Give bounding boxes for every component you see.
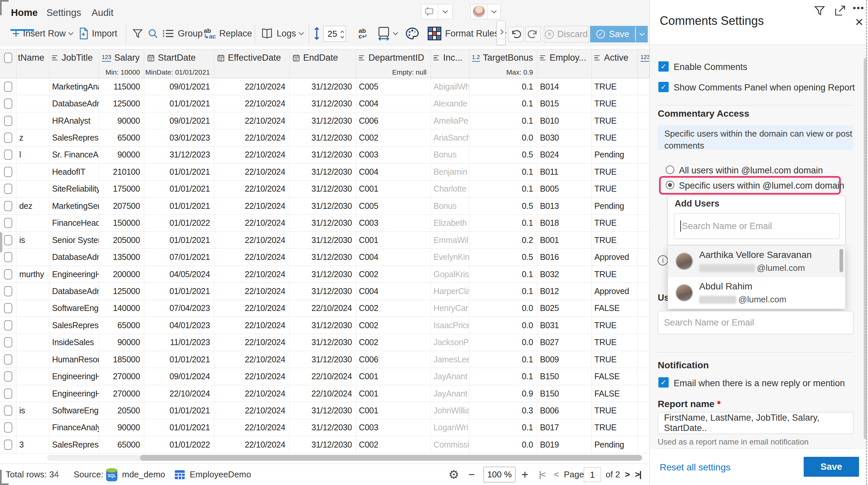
row-checkbox[interactable] bbox=[4, 389, 12, 399]
zoom-level-box[interactable]: 100 % bbox=[484, 467, 516, 482]
cell-name[interactable] bbox=[17, 317, 50, 333]
cell-salary[interactable]: 90000 bbox=[99, 334, 144, 351]
cell-eff[interactable]: 22/10/2024 bbox=[214, 419, 289, 436]
cell-bonus[interactable]: 0.1 bbox=[469, 112, 537, 129]
column-header-inc[interactable]: Inc... bbox=[431, 50, 469, 66]
panel-filter-button[interactable] bbox=[814, 5, 826, 17]
cell-start[interactable]: 01/01/2022 bbox=[144, 215, 214, 231]
row-height-stepper[interactable]: 25 bbox=[323, 26, 346, 42]
row-checkbox[interactable] bbox=[4, 150, 12, 160]
cell-bonus[interactable]: 0.0 bbox=[469, 436, 537, 453]
panel-save-button[interactable]: Save bbox=[804, 457, 859, 477]
cell-emp[interactable]: B005 bbox=[537, 181, 592, 197]
cell-name[interactable] bbox=[17, 95, 50, 112]
cell-inc[interactable]: JacksonPh bbox=[431, 334, 469, 351]
cell-end[interactable]: 31/12/2030 bbox=[289, 334, 356, 351]
cell-job[interactable]: EngineeringH bbox=[50, 385, 99, 402]
user-suggestion-item[interactable]: Aarthika Vellore Saravanan@lumel.com bbox=[668, 246, 845, 277]
cell-name[interactable] bbox=[17, 351, 50, 368]
column-header-active[interactable]: Active bbox=[592, 50, 638, 66]
cell-emp[interactable]: B018 bbox=[537, 215, 592, 231]
cell-active[interactable]: TRUE bbox=[592, 163, 638, 180]
cell-active[interactable]: FALSE bbox=[592, 368, 638, 385]
cell-active[interactable]: FALSE bbox=[592, 300, 638, 317]
cell-bonus[interactable]: 0.1 bbox=[469, 95, 537, 112]
panel-expand-button[interactable] bbox=[834, 5, 846, 17]
cell-salary[interactable]: 90000 bbox=[99, 147, 144, 163]
cell-start[interactable]: 01/01/2021 bbox=[144, 402, 214, 419]
cell-start[interactable]: 09/01/2021 bbox=[144, 112, 214, 129]
cell-name[interactable] bbox=[17, 181, 50, 197]
cell-dept[interactable]: C005 bbox=[356, 198, 431, 214]
cell-emp[interactable]: B006 bbox=[537, 402, 592, 419]
cell-job[interactable]: HRAnalyst bbox=[50, 112, 99, 129]
cell-active[interactable]: Pending bbox=[592, 198, 638, 214]
cell-job[interactable]: SalesReprese bbox=[50, 436, 99, 453]
row-checkbox[interactable] bbox=[4, 201, 12, 211]
row-checkbox[interactable] bbox=[4, 371, 12, 382]
cell-end[interactable]: 31/12/2030 bbox=[289, 163, 356, 180]
cell-end[interactable]: 31/12/2030 bbox=[289, 78, 356, 95]
cell-bonus[interactable]: 0.0 bbox=[469, 129, 537, 146]
cell-job[interactable]: EngineeringH bbox=[50, 368, 99, 385]
cell-end[interactable]: 31/12/2030 bbox=[289, 283, 356, 299]
row-checkbox[interactable] bbox=[4, 218, 12, 228]
row-checkbox[interactable] bbox=[4, 354, 12, 365]
cell-dept[interactable]: C002 bbox=[356, 300, 431, 317]
cell-salary[interactable]: 125000 bbox=[99, 283, 144, 299]
save-button[interactable]: ✓ Save bbox=[590, 26, 636, 42]
cell-bonus[interactable]: 0.2 bbox=[469, 232, 537, 248]
cell-start[interactable]: 01/01/2021 bbox=[144, 419, 214, 436]
cell-end[interactable]: 31/12/2030 bbox=[289, 215, 356, 231]
report-name-input[interactable]: FirstName, LastName, JobTitle, Salary, S… bbox=[658, 412, 854, 434]
cell-job[interactable]: FinanceAnaly bbox=[50, 419, 99, 436]
cell-eff[interactable]: 22/10/2024 bbox=[214, 385, 289, 402]
dropdown-scrollbar-thumb[interactable] bbox=[839, 249, 843, 272]
cell-dept[interactable]: C001 bbox=[356, 368, 431, 385]
cell-start[interactable]: 01/01/2021 bbox=[144, 181, 214, 197]
cell-end[interactable]: 31/12/2030 bbox=[289, 129, 356, 146]
email-notify-checkbox[interactable]: ✓ bbox=[658, 377, 669, 388]
cell-salary[interactable]: 200000 bbox=[99, 266, 144, 283]
cell-inc[interactable]: AmeliaPe bbox=[431, 112, 469, 129]
row-checkbox[interactable] bbox=[4, 440, 12, 450]
column-header-sliver[interactable]: 123 bbox=[638, 50, 649, 66]
cell-start[interactable]: 09/01/2021 bbox=[144, 78, 214, 95]
row-checkbox[interactable] bbox=[4, 235, 12, 245]
stepper-up-icon[interactable] bbox=[340, 31, 344, 34]
column-header-dept[interactable]: DepartmentID bbox=[356, 50, 431, 66]
cell-eff[interactable]: 22/10/2024 bbox=[214, 368, 289, 385]
cell-start[interactable]: 01/01/2021 bbox=[144, 351, 214, 368]
cell-name[interactable] bbox=[17, 163, 50, 180]
filter-button[interactable] bbox=[132, 25, 143, 42]
column-header-eff[interactable]: EffectiveDate bbox=[214, 50, 289, 66]
select-all-checkbox[interactable] bbox=[4, 53, 12, 63]
cell-end[interactable]: 31/12/2030 bbox=[289, 232, 356, 248]
cell-inc[interactable]: JohnWillia bbox=[431, 402, 469, 419]
cell-emp[interactable]: B019 bbox=[537, 436, 592, 453]
cell-dept[interactable]: C004 bbox=[356, 95, 431, 112]
cell-start[interactable]: 01/01/2021 bbox=[144, 163, 214, 180]
row-checkbox[interactable] bbox=[4, 184, 12, 194]
cell-end[interactable]: 22/10/2024 bbox=[289, 368, 356, 385]
cell-inc[interactable]: JamesLee bbox=[431, 351, 469, 368]
cell-end[interactable]: 31/12/2030 bbox=[289, 402, 356, 419]
page-last-button[interactable]: >| bbox=[635, 464, 641, 485]
zoom-out-button[interactable]: − bbox=[468, 464, 475, 485]
resize-handle-bottom-left[interactable] bbox=[0, 470, 9, 485]
cell-eff[interactable]: 22/10/2024 bbox=[214, 95, 289, 112]
row-checkbox[interactable] bbox=[4, 133, 12, 143]
wrap-text-button[interactable]: abc↵ bbox=[359, 25, 368, 42]
cell-active[interactable]: TRUE bbox=[592, 419, 638, 436]
cell-name[interactable]: is bbox=[17, 232, 50, 248]
cell-start[interactable]: 11/01/2023 bbox=[144, 334, 214, 351]
cell-job[interactable]: EngineeringH bbox=[50, 266, 99, 283]
cell-inc[interactable]: AriaSanch bbox=[431, 129, 469, 146]
enable-comments-checkbox[interactable]: ✓ bbox=[658, 61, 669, 72]
cell-dept[interactable]: C006 bbox=[356, 112, 431, 129]
cell-end[interactable]: 31/12/2030 bbox=[289, 112, 356, 129]
cell-end[interactable]: 31/12/2030 bbox=[289, 181, 356, 197]
cell-dept[interactable]: C004 bbox=[356, 283, 431, 299]
cell-inc[interactable]: Charlotte bbox=[431, 181, 469, 197]
cell-job[interactable]: Sr. FinanceAn bbox=[50, 147, 99, 163]
